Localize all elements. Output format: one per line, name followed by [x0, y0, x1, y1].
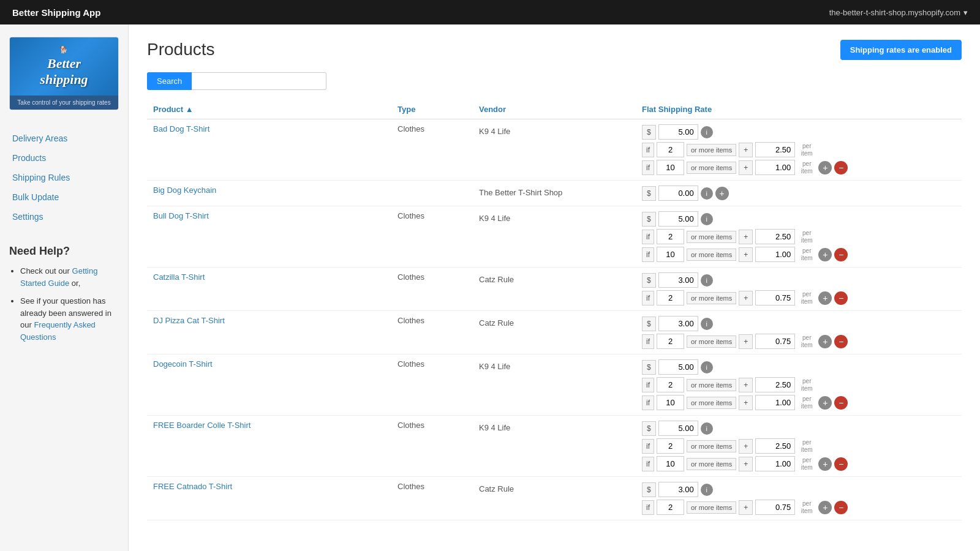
- info-button[interactable]: i: [701, 274, 713, 287]
- add-rate-button[interactable]: +: [818, 396, 832, 410]
- or-more-button[interactable]: or more items: [687, 397, 736, 409]
- main-content: Products Shipping rates are enabled Sear…: [129, 24, 980, 551]
- product-name-link[interactable]: FREE Boarder Colle T-Shirt: [153, 421, 251, 430]
- sidebar-item-bulk-update[interactable]: Bulk Update: [0, 187, 128, 207]
- or-more-button[interactable]: or more items: [687, 501, 736, 514]
- col-rate: Flat Shipping Rate: [636, 100, 962, 119]
- vendor-spacer: [479, 330, 630, 347]
- qty-input[interactable]: [657, 290, 684, 305]
- table-row: Bull Dog T-ShirtClothesK9 4 Life$iifor m…: [147, 206, 962, 268]
- remove-rate-button[interactable]: −: [834, 291, 848, 305]
- qty-input[interactable]: [657, 377, 684, 392]
- base-rate-input[interactable]: [658, 211, 698, 227]
- or-more-button[interactable]: or more items: [687, 458, 736, 470]
- qty-input[interactable]: [657, 334, 684, 349]
- product-name-link[interactable]: Big Dog Keychain: [153, 186, 216, 195]
- remove-rate-button[interactable]: −: [834, 335, 848, 348]
- col-product[interactable]: Product ▲: [147, 100, 391, 119]
- sidebar-item-delivery-areas[interactable]: Delivery Areas: [0, 129, 128, 148]
- or-more-button[interactable]: or more items: [687, 231, 736, 243]
- qty-input[interactable]: [657, 395, 684, 410]
- vendor-name: K9 4 Life: [479, 359, 630, 371]
- if-label: if: [642, 500, 654, 515]
- add-rate-button[interactable]: +: [818, 457, 832, 471]
- product-name-link[interactable]: FREE Catnado T-Shirt: [153, 482, 232, 491]
- qty-input[interactable]: [657, 142, 684, 157]
- product-type-cell: Clothes: [391, 206, 473, 268]
- rate-value-input[interactable]: [755, 377, 795, 392]
- per-item-label: per item: [797, 457, 816, 471]
- or-more-button[interactable]: or more items: [687, 379, 736, 391]
- remove-rate-button[interactable]: −: [834, 248, 848, 261]
- qty-input[interactable]: [657, 456, 684, 471]
- products-list: Bad Dog T-ShirtClothesK9 4 Life$iifor mo…: [147, 119, 962, 520]
- info-button[interactable]: i: [701, 484, 713, 496]
- table-row: FREE Boarder Colle T-ShirtClothesK9 4 Li…: [147, 416, 962, 477]
- info-button[interactable]: i: [701, 361, 713, 373]
- add-rate-button[interactable]: +: [818, 335, 832, 348]
- search-input[interactable]: [192, 72, 326, 90]
- info-button[interactable]: i: [701, 213, 713, 225]
- base-rate-input[interactable]: [658, 124, 698, 140]
- dollar-label: $: [642, 125, 656, 140]
- base-rate-input[interactable]: [658, 272, 698, 288]
- rate-value-input[interactable]: [755, 290, 795, 305]
- sidebar-item-settings[interactable]: Settings: [0, 207, 128, 227]
- base-rate-input[interactable]: [658, 359, 698, 375]
- or-more-button[interactable]: or more items: [687, 335, 736, 348]
- vendor-name: K9 4 Life: [479, 421, 630, 432]
- add-rate-button[interactable]: +: [818, 291, 832, 305]
- rate-value-input[interactable]: [755, 500, 795, 515]
- shipping-enabled-button[interactable]: Shipping rates are enabled: [840, 40, 962, 60]
- base-rate-input[interactable]: [658, 482, 698, 497]
- product-name-link[interactable]: Dogecoin T-Shirt: [153, 359, 213, 369]
- rate-value-input[interactable]: [755, 142, 795, 157]
- info-button[interactable]: i: [701, 187, 713, 200]
- remove-rate-button[interactable]: −: [834, 396, 848, 410]
- rate-row: $i+: [642, 186, 956, 201]
- add-rate-button[interactable]: +: [818, 501, 832, 514]
- help-item-1: Check out our Getting Started Guide or,: [20, 265, 119, 289]
- or-more-button[interactable]: or more items: [687, 144, 736, 156]
- sidebar-item-products[interactable]: Products: [0, 148, 128, 168]
- qty-input[interactable]: [657, 229, 684, 244]
- qty-input[interactable]: [657, 438, 684, 454]
- rate-value-input[interactable]: [755, 229, 795, 244]
- or-more-button[interactable]: or more items: [687, 292, 736, 304]
- info-button[interactable]: i: [701, 126, 713, 138]
- info-button[interactable]: i: [701, 422, 713, 435]
- add-rate-button[interactable]: +: [715, 187, 729, 200]
- rate-value-input[interactable]: [755, 438, 795, 454]
- rate-value-input[interactable]: [755, 395, 795, 410]
- sidebar-item-shipping-rules[interactable]: Shipping Rules: [0, 168, 128, 187]
- product-type-cell: [391, 181, 473, 206]
- rate-value-input[interactable]: [755, 247, 795, 262]
- table-row: Big Dog KeychainThe Better T-Shirt Shop$…: [147, 181, 962, 206]
- base-rate-input[interactable]: [658, 186, 698, 201]
- product-name-link[interactable]: Bad Dog T-Shirt: [153, 124, 209, 133]
- rate-value-input[interactable]: [755, 334, 795, 349]
- remove-rate-button[interactable]: −: [834, 501, 848, 514]
- qty-input[interactable]: [657, 160, 684, 175]
- or-more-button[interactable]: or more items: [687, 440, 736, 452]
- store-name[interactable]: the-better-t-shirt-shop.myshopify.com ▾: [829, 8, 968, 17]
- remove-rate-button[interactable]: −: [834, 457, 848, 471]
- plus-label: +: [739, 247, 753, 262]
- product-name-link[interactable]: Catzilla T-Shirt: [153, 272, 205, 282]
- base-rate-input[interactable]: [658, 421, 698, 436]
- add-rate-button[interactable]: +: [818, 248, 832, 261]
- qty-input[interactable]: [657, 247, 684, 262]
- per-item-label: per item: [797, 143, 816, 157]
- info-button[interactable]: i: [701, 318, 713, 330]
- remove-rate-button[interactable]: −: [834, 161, 848, 174]
- qty-input[interactable]: [657, 500, 684, 515]
- or-more-button[interactable]: or more items: [687, 249, 736, 261]
- rate-value-input[interactable]: [755, 160, 795, 175]
- add-rate-button[interactable]: +: [818, 161, 832, 174]
- or-more-button[interactable]: or more items: [687, 162, 736, 174]
- search-button[interactable]: Search: [147, 72, 192, 90]
- product-name-link[interactable]: DJ Pizza Cat T-Shirt: [153, 316, 225, 325]
- product-name-link[interactable]: Bull Dog T-Shirt: [153, 211, 209, 220]
- base-rate-input[interactable]: [658, 316, 698, 331]
- rate-value-input[interactable]: [755, 456, 795, 471]
